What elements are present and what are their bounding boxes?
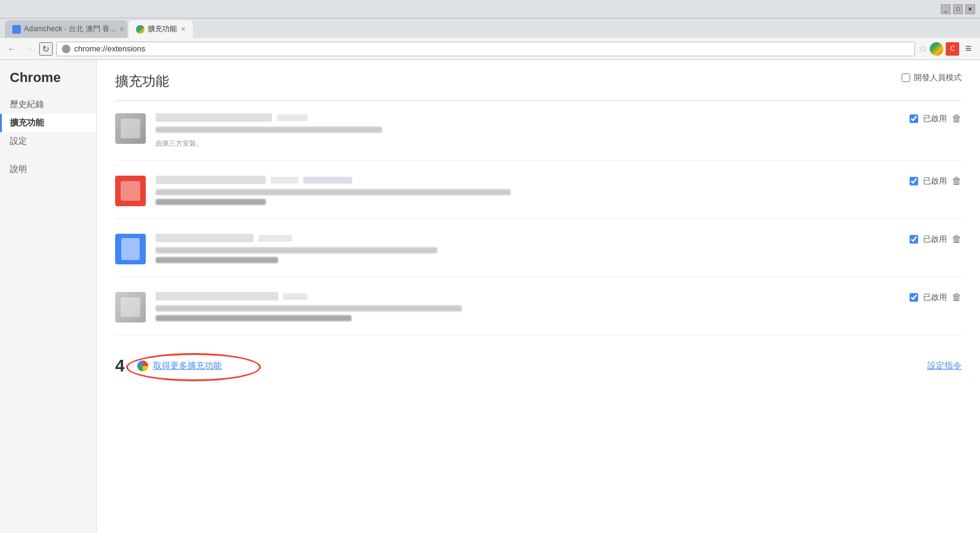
ext-enabled-checkbox-3[interactable] xyxy=(910,235,918,244)
ext-desc-4a xyxy=(156,305,462,311)
ext-version-2 xyxy=(271,177,298,184)
omnibar: ← → ↻ chrome://extensions ☆ C ≡ xyxy=(0,38,980,60)
bookmark-icon[interactable]: ☆ xyxy=(919,43,927,54)
ext-info-4 xyxy=(156,292,897,321)
window-controls: _ □ ✕ xyxy=(941,4,975,14)
page-title: 擴充功能 xyxy=(115,72,169,91)
ext-controls-4: 已啟用 🗑 xyxy=(910,292,962,303)
get-more-circle: 取得更多擴充功能 xyxy=(132,358,227,374)
sidebar-item-history[interactable]: 歷史紀錄 xyxy=(0,95,96,114)
ext-controls-2: 已啟用 🗑 xyxy=(910,176,962,187)
tab-bar: Adamcheck - 台北 澳門 香... ✕ 擴充功能 ✕ xyxy=(0,18,980,38)
ext-enabled-checkbox-4[interactable] xyxy=(910,293,918,302)
tab-extensions[interactable]: 擴充功能 ✕ xyxy=(129,20,193,38)
ext-desc-1a xyxy=(156,127,382,133)
sidebar-item-settings[interactable]: 設定 xyxy=(0,132,96,151)
content-area: 擴充功能 開發人員模式 由第三方安裝。 xyxy=(97,60,980,533)
ext-icon-inner-3 xyxy=(121,238,140,260)
ext-controls-3: 已啟用 🗑 xyxy=(910,234,962,245)
tab-label-adamcheck: Adamcheck - 台北 澳門 香... xyxy=(24,24,116,34)
tab-close-adamcheck[interactable]: ✕ xyxy=(119,26,124,32)
ext-enabled-label-2: 已啟用 xyxy=(923,176,947,187)
ext-icon-4 xyxy=(115,292,146,322)
dev-mode-area: 開發人員模式 xyxy=(902,72,962,83)
dev-mode-checkbox[interactable] xyxy=(902,73,910,82)
ext-name-1 xyxy=(156,113,272,122)
ext-info-3 xyxy=(156,234,897,263)
tab-favicon-extensions xyxy=(136,25,145,34)
omnibar-actions: ☆ C ≡ xyxy=(919,42,975,56)
ext-version-1 xyxy=(277,114,307,121)
forward-button[interactable]: → xyxy=(22,42,36,56)
get-more-area: 4 取得更多擴充功能 xyxy=(115,356,227,376)
dev-mode-label: 開發人員模式 xyxy=(914,72,962,83)
sidebar-nav: 歷史紀錄 擴充功能 設定 說明 xyxy=(0,95,96,179)
ext-version-4 xyxy=(283,293,307,300)
back-button[interactable]: ← xyxy=(5,42,18,56)
ext-icon-1 xyxy=(115,113,146,144)
tab-favicon-adamcheck xyxy=(12,25,21,34)
ext-link-2[interactable] xyxy=(303,177,352,184)
extension-item-2: 已啟用 🗑 xyxy=(115,176,962,219)
ext-enabled-label-1: 已啟用 xyxy=(923,113,947,124)
main-layout: Chrome 歷史紀錄 擴充功能 設定 說明 擴充功能 開發人員模式 xyxy=(0,60,980,533)
ext-desc-2b xyxy=(156,199,266,205)
ext-icon-inner-2 xyxy=(121,181,140,201)
close-button[interactable]: ✕ xyxy=(965,4,975,14)
header-divider xyxy=(115,100,962,101)
ext-delete-4[interactable]: 🗑 xyxy=(952,292,962,303)
address-text: chrome://extensions xyxy=(74,44,145,53)
sidebar: Chrome 歷史紀錄 擴充功能 設定 說明 xyxy=(0,60,97,533)
chrome-title: Chrome xyxy=(0,70,96,95)
ext-desc-4b xyxy=(156,315,352,321)
titlebar: _ □ ✕ xyxy=(0,0,980,18)
extension-count: 4 xyxy=(115,356,125,376)
footer-row: 4 取得更多擴充功能 設定指令 xyxy=(115,350,962,376)
ext-enabled-label-4: 已啟用 xyxy=(923,292,947,303)
ext-name-row-1 xyxy=(156,113,897,122)
page-header: 擴充功能 開發人員模式 xyxy=(115,72,962,91)
sidebar-item-extensions[interactable]: 擴充功能 xyxy=(0,114,96,132)
address-bar[interactable]: chrome://extensions xyxy=(56,42,915,56)
ext-controls-1: 已啟用 🗑 xyxy=(910,113,962,124)
tab-adamcheck[interactable]: Adamcheck - 台北 澳門 香... ✕ xyxy=(5,20,127,38)
ext-icon-inner-1 xyxy=(121,119,140,138)
ext-desc-3a xyxy=(156,247,437,253)
chrome-mini-icon xyxy=(137,360,148,371)
ext-enabled-checkbox-2[interactable] xyxy=(910,177,918,185)
extension-item-4: 已啟用 🗑 xyxy=(115,292,962,335)
ext-name-3 xyxy=(156,234,254,242)
tab-label-extensions: 擴充功能 xyxy=(148,24,177,34)
sidebar-item-help[interactable]: 說明 xyxy=(0,160,96,179)
browser-window: _ □ ✕ Adamcheck - 台北 澳門 香... ✕ 擴充功能 ✕ ← … xyxy=(0,0,980,533)
ext-desc-3b xyxy=(156,257,278,263)
config-link[interactable]: 設定指令 xyxy=(927,360,962,371)
ext-version-3 xyxy=(258,235,292,242)
tab-close-extensions[interactable]: ✕ xyxy=(181,26,186,32)
ext-icon-3 xyxy=(115,234,146,264)
ext-name-row-3 xyxy=(156,234,897,242)
ext-icon-inner-4 xyxy=(121,297,140,317)
extension-icon[interactable]: C xyxy=(946,42,959,56)
maximize-button[interactable]: □ xyxy=(953,4,963,14)
ext-desc-2a xyxy=(156,189,511,195)
ext-note-1: 由第三方安裝。 xyxy=(156,139,897,148)
extension-item-3: 已啟用 🗑 xyxy=(115,234,962,277)
extension-item-1: 由第三方安裝。 已啟用 🗑 xyxy=(115,113,962,161)
ext-name-row-2 xyxy=(156,176,897,184)
refresh-button[interactable]: ↻ xyxy=(39,42,53,56)
ext-info-2 xyxy=(156,176,897,205)
ext-enabled-checkbox-1[interactable] xyxy=(910,114,918,123)
ext-name-4 xyxy=(156,292,278,300)
ext-delete-2[interactable]: 🗑 xyxy=(952,176,962,187)
ext-delete-1[interactable]: 🗑 xyxy=(952,113,962,124)
minimize-button[interactable]: _ xyxy=(941,4,951,14)
chrome-user-icon[interactable] xyxy=(930,42,943,56)
ext-delete-3[interactable]: 🗑 xyxy=(952,234,962,245)
ext-icon-2 xyxy=(115,176,146,206)
ext-info-1: 由第三方安裝。 xyxy=(156,113,897,148)
get-more-link[interactable]: 取得更多擴充功能 xyxy=(153,360,222,371)
address-icon xyxy=(62,45,70,53)
ext-enabled-label-3: 已啟用 xyxy=(923,234,947,245)
menu-icon[interactable]: ≡ xyxy=(962,42,975,56)
